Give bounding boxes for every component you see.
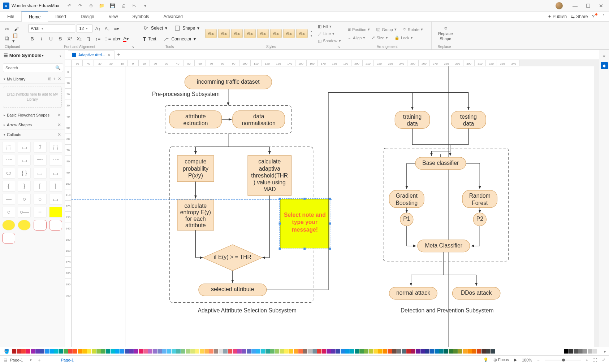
shape-thumb[interactable]: ] <box>49 181 62 192</box>
decrease-font-icon[interactable]: A↓ <box>103 25 111 32</box>
color-swatch[interactable] <box>49 349 54 354</box>
vertical-scrollbar[interactable] <box>594 66 599 347</box>
color-swatch[interactable] <box>204 349 209 354</box>
shape-thumb[interactable]: ▭ <box>49 168 62 179</box>
color-swatch[interactable] <box>416 349 420 354</box>
color-swatch[interactable] <box>449 349 453 354</box>
play-icon[interactable]: ▶ <box>514 358 517 362</box>
color-swatch[interactable] <box>458 349 462 354</box>
section-close-icon[interactable]: ✕ <box>57 122 61 127</box>
fit-page-icon[interactable]: ⛶ <box>593 358 597 362</box>
italic-icon[interactable]: I <box>38 35 46 43</box>
menu-view[interactable]: View <box>102 12 125 22</box>
color-scroll-right-icon[interactable]: ▸ <box>604 349 606 354</box>
shape-thumb[interactable]: ▭ <box>34 168 47 179</box>
shape-thumb[interactable]: [ <box>34 181 47 192</box>
color-swatch[interactable] <box>336 349 340 354</box>
color-swatch[interactable] <box>139 349 143 354</box>
zoom-slider[interactable] <box>545 360 581 360</box>
color-swatch[interactable] <box>68 349 73 354</box>
color-swatch[interactable] <box>101 349 105 354</box>
color-swatch[interactable] <box>355 349 359 354</box>
color-swatch[interactable] <box>486 349 491 354</box>
color-swatch[interactable] <box>223 349 228 354</box>
add-page-button[interactable]: + <box>35 357 43 363</box>
share-button[interactable]: ⇆Share <box>571 14 588 19</box>
vertical-ruler[interactable]: 0102030405060708090100110120130140150160… <box>65 66 72 347</box>
close-button[interactable]: ✕ <box>596 2 606 9</box>
color-swatch[interactable] <box>359 349 364 354</box>
color-swatch[interactable] <box>35 349 40 354</box>
page-dropdown[interactable]: Page-1▾ <box>10 358 32 362</box>
menu-insert[interactable]: Insert <box>48 12 73 22</box>
search-input[interactable] <box>5 66 55 70</box>
color-swatch[interactable] <box>12 349 16 354</box>
strike-icon[interactable]: S <box>56 35 64 43</box>
color-swatch[interactable] <box>583 349 587 354</box>
color-swatch[interactable] <box>289 349 293 354</box>
color-swatch[interactable] <box>388 349 392 354</box>
color-swatch[interactable] <box>430 349 434 354</box>
collapse-panel-icon[interactable]: ‹ <box>60 53 61 58</box>
undo-icon[interactable]: ↶ <box>66 3 72 9</box>
connector-tool[interactable]: Connector▾ <box>161 35 199 43</box>
export-icon[interactable]: ⇱ <box>131 3 137 9</box>
shape-thumb[interactable]: — <box>2 194 15 205</box>
font-color-icon[interactable]: A▾ <box>122 35 130 43</box>
color-swatch[interactable] <box>73 349 77 354</box>
color-swatch[interactable] <box>176 349 181 354</box>
tips-icon[interactable]: 💡 <box>483 358 488 362</box>
color-swatch[interactable] <box>369 349 373 354</box>
color-swatch[interactable] <box>129 349 134 354</box>
page-tab-active[interactable]: Page-1 <box>61 358 74 362</box>
increase-font-icon[interactable]: A↑ <box>94 25 102 32</box>
style-swatch-4[interactable]: Abc <box>244 29 256 38</box>
cut-icon[interactable]: ✂ <box>3 25 11 33</box>
shape-tool[interactable]: Shape▾ <box>172 24 202 32</box>
shape-thumb[interactable]: 〰 <box>49 155 62 166</box>
shape-thumb[interactable]: { <box>2 181 15 192</box>
color-swatch[interactable] <box>592 349 597 354</box>
color-swatch[interactable] <box>308 349 312 354</box>
lock-button[interactable]: 🔒Lock▾ <box>393 35 414 41</box>
color-swatch[interactable] <box>467 349 472 354</box>
shape-thumb[interactable]: ○— <box>18 207 31 218</box>
color-swatch[interactable] <box>172 349 176 354</box>
color-swatch[interactable] <box>425 349 429 354</box>
lib-add-icon[interactable]: + <box>53 76 56 81</box>
shape-thumb[interactable]: ▭ <box>49 194 62 205</box>
size-button[interactable]: ⤢Size▾ <box>370 35 389 41</box>
font-size-dropdown[interactable]: 12▾ <box>77 25 92 32</box>
color-swatch[interactable] <box>420 349 425 354</box>
color-swatch[interactable] <box>491 349 495 354</box>
color-swatch[interactable] <box>247 349 251 354</box>
color-swatch[interactable] <box>280 349 284 354</box>
color-swatch[interactable] <box>157 349 162 354</box>
color-swatch[interactable] <box>209 349 213 354</box>
font-dialog-launcher-icon[interactable]: ↘ <box>131 45 134 49</box>
qat-more-icon[interactable]: ▾ <box>142 3 148 9</box>
shape-thumb[interactable]: ○ <box>2 207 15 218</box>
color-swatch[interactable] <box>444 349 448 354</box>
color-swatch[interactable] <box>341 349 345 354</box>
color-swatch[interactable] <box>397 349 401 354</box>
shape-thumb[interactable]: ≡ <box>34 207 47 218</box>
color-swatch[interactable] <box>92 349 96 354</box>
fill-bucket-icon[interactable]: 🪣 <box>3 348 10 354</box>
font-family-dropdown[interactable]: Arial▾ <box>28 25 75 32</box>
menu-advanced[interactable]: Advanced <box>156 12 190 22</box>
color-swatch[interactable] <box>82 349 87 354</box>
color-swatch[interactable] <box>64 349 68 354</box>
color-swatch[interactable] <box>17 349 21 354</box>
paste-icon[interactable]: 📋▾ <box>12 34 20 42</box>
fill-button[interactable]: ◧Fill▾ <box>316 23 342 30</box>
replace-shape-button[interactable]: ⟲ Replace Shape <box>435 25 456 42</box>
style-swatch-3[interactable]: Abc <box>231 29 243 38</box>
color-swatch[interactable] <box>214 349 218 354</box>
color-swatch[interactable] <box>406 349 411 354</box>
page-list-icon[interactable]: ▤ <box>4 358 7 362</box>
align-icon[interactable]: ≡▾ <box>113 25 121 32</box>
user-avatar[interactable] <box>556 2 563 9</box>
color-swatch[interactable] <box>453 349 458 354</box>
styles-dialog-launcher-icon[interactable]: ↘ <box>337 45 340 49</box>
